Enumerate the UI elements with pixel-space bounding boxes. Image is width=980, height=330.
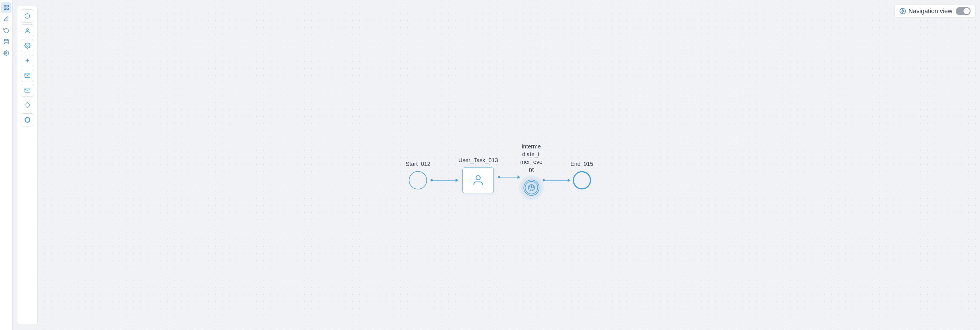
nav-view-icon bbox=[899, 8, 906, 14]
start-event-shape[interactable] bbox=[409, 171, 427, 190]
arrow-head-3 bbox=[568, 179, 570, 182]
user-task-rect bbox=[463, 167, 494, 193]
database-nav-icon[interactable] bbox=[1, 37, 11, 47]
bpmn-flow: Start_01 2 User_Task_013 bbox=[406, 143, 593, 199]
connector-line-3 bbox=[545, 180, 568, 181]
start-event-tool[interactable] bbox=[21, 10, 34, 22]
navigation-view-toggle[interactable] bbox=[956, 7, 970, 15]
left-sidebar bbox=[0, 0, 13, 330]
user-task-icon bbox=[472, 174, 485, 187]
connector-3 bbox=[542, 179, 570, 182]
svg-point-18 bbox=[476, 175, 480, 180]
arrow-head bbox=[455, 179, 458, 182]
user-task-tool[interactable] bbox=[21, 24, 34, 37]
end-event-shape[interactable] bbox=[573, 171, 591, 190]
canvas-area[interactable]: Navigation view Start_01 2 bbox=[38, 0, 980, 330]
connector-1 bbox=[430, 179, 458, 182]
diagram-nav-icon[interactable] bbox=[1, 2, 11, 13]
svg-point-7 bbox=[26, 29, 28, 30]
history-nav-icon[interactable] bbox=[1, 25, 11, 35]
svg-point-13 bbox=[902, 10, 904, 12]
svg-point-12 bbox=[25, 118, 30, 123]
svg-point-5 bbox=[5, 53, 7, 54]
timer-event-outer bbox=[520, 177, 542, 199]
add-tool[interactable] bbox=[21, 54, 34, 67]
navigation-view-bar: Navigation view bbox=[894, 5, 975, 18]
svg-point-23 bbox=[531, 187, 531, 188]
svg-point-4 bbox=[4, 40, 8, 41]
connector-dot-3 bbox=[542, 179, 545, 182]
start-event-circle bbox=[409, 171, 427, 190]
tools-panel bbox=[17, 6, 38, 324]
email-tool[interactable] bbox=[21, 84, 34, 97]
svg-point-6 bbox=[25, 14, 30, 19]
svg-rect-1 bbox=[6, 5, 8, 7]
message-tool[interactable] bbox=[21, 69, 34, 82]
svg-rect-0 bbox=[4, 5, 6, 7]
end-event-circle bbox=[573, 171, 591, 190]
end-event-node[interactable]: End_015 bbox=[570, 152, 593, 190]
end-event-label: End_015 bbox=[570, 152, 593, 168]
bpmn-diagram: Start_01 2 User_Task_013 bbox=[406, 143, 593, 199]
intermediate-timer-shape[interactable] bbox=[520, 177, 542, 199]
user-task-shape[interactable] bbox=[463, 167, 494, 193]
connector-dot bbox=[430, 179, 433, 182]
timer-clock-icon bbox=[527, 184, 535, 192]
user-task-label: User_Task_013 bbox=[458, 148, 498, 164]
connector-line bbox=[433, 180, 455, 181]
svg-rect-2 bbox=[4, 8, 6, 10]
arrow-head-2 bbox=[517, 175, 520, 179]
connector-2 bbox=[498, 175, 520, 179]
connector-line-2 bbox=[500, 177, 517, 177]
start-event-label: Start_01 2 bbox=[406, 152, 430, 168]
timer-event-double bbox=[525, 181, 538, 194]
user-task-node[interactable]: User_Task_013 bbox=[458, 148, 498, 193]
pen-nav-icon[interactable] bbox=[1, 14, 11, 24]
svg-rect-3 bbox=[6, 8, 8, 10]
nav-view-label: Navigation view bbox=[899, 8, 952, 15]
service-task-tool[interactable] bbox=[21, 39, 34, 52]
settings-nav-icon[interactable] bbox=[1, 48, 11, 58]
gateway-tool[interactable] bbox=[21, 99, 34, 112]
connector-dot-2 bbox=[498, 176, 500, 178]
svg-point-8 bbox=[27, 45, 28, 46]
main-area: Navigation view Start_01 2 bbox=[13, 0, 980, 330]
intermediate-timer-label: interme diate_ti mer_eve nt bbox=[520, 143, 542, 174]
svg-rect-11 bbox=[25, 88, 30, 92]
timer-event-inner bbox=[523, 180, 539, 196]
toggle-knob bbox=[964, 8, 970, 14]
intermediate-timer-node[interactable]: interme diate_ti mer_eve nt bbox=[520, 143, 542, 199]
start-event-node[interactable]: Start_01 2 bbox=[406, 152, 430, 190]
end-event-tool[interactable] bbox=[21, 113, 34, 126]
